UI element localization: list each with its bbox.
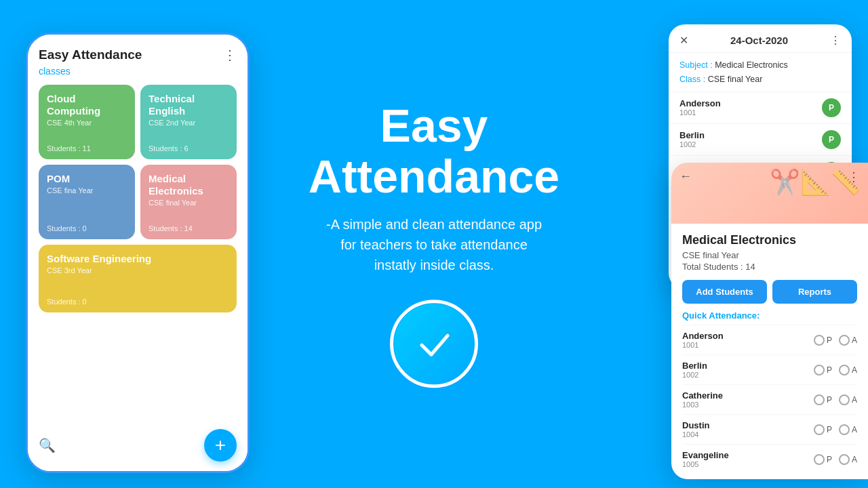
center-title: Easy Attendance <box>264 100 604 202</box>
present-option[interactable]: P <box>814 365 832 375</box>
class-card-english[interactable]: Technical English CSE 2nd Year Students … <box>140 85 237 159</box>
more-icon[interactable]: ⋮ <box>830 34 841 47</box>
student-name: Berlin <box>679 130 705 140</box>
phone3-class-detail-screen: ← ⋮ ✂️📐📏 Medical Electronics CSE final Y… <box>671 163 868 479</box>
quick-row-catherine: Catherine1003 P A <box>682 384 857 414</box>
class-year-cloud: CSE 4th Year <box>47 119 127 127</box>
attendance-options: P A <box>814 394 857 405</box>
class-card-medical[interactable]: Medical Electronics CSE final Year Stude… <box>140 165 237 239</box>
class-students-cloud: Students : 11 <box>47 144 127 152</box>
attendance-row-1: Anderson1001 P <box>669 92 852 123</box>
student-id: 1002 <box>682 371 707 379</box>
phone2-header: ✕ 24-Oct-2020 ⋮ <box>669 24 852 53</box>
class-label: Class : <box>679 75 705 84</box>
class-year-software: CSE 3rd Year <box>47 266 229 274</box>
subject-label: Subject : <box>679 60 713 70</box>
class-students-english: Students : 6 <box>149 144 229 152</box>
student-id: 1005 <box>682 460 729 468</box>
attendance-options: P A <box>814 365 857 375</box>
add-students-button[interactable]: Add Students <box>682 280 767 304</box>
phone1-menu-icon[interactable]: ⋮ <box>223 47 237 63</box>
class-header-image: ← ⋮ ✂️📐📏 <box>671 163 868 224</box>
phone1-bottom-bar: 🔍 + <box>28 422 248 471</box>
class-detail-name: Medical Electronics <box>682 233 857 247</box>
quick-row-evangeline: Evangeline1005 P A <box>682 444 857 474</box>
present-option[interactable]: P <box>814 454 832 465</box>
class-name-software: Software Engineering <box>47 253 229 265</box>
class-card-software[interactable]: Software Engineering CSE 3rd Year Studen… <box>39 245 237 312</box>
student-name: Dustin <box>682 420 709 430</box>
class-students-software: Students : 0 <box>47 298 229 306</box>
student-id: 1001 <box>682 341 724 349</box>
attendance-badge-p[interactable]: P <box>822 130 841 149</box>
class-students-medical: Students : 14 <box>149 224 229 232</box>
present-option[interactable]: P <box>814 335 832 346</box>
attendance-date: 24-Oct-2020 <box>730 35 788 46</box>
attendance-options: P A <box>814 454 857 465</box>
search-icon[interactable]: 🔍 <box>39 437 56 453</box>
class-students-pom: Students : 0 <box>47 224 127 232</box>
quick-row-dustin: Dustin1004 P A <box>682 414 857 444</box>
check-circle <box>390 300 478 388</box>
classes-grid: Cloud Computing CSE 4th Year Students : … <box>39 85 237 239</box>
attendance-options: P A <box>814 335 857 346</box>
class-year-medical: CSE final Year <box>149 199 229 207</box>
class-name-medical: Medical Electronics <box>149 173 229 197</box>
student-id: 1001 <box>679 108 721 117</box>
class-value: CSE final Year <box>708 75 763 84</box>
classes-label[interactable]: classes <box>39 66 237 77</box>
quick-row-berlin: Berlin1002 P A <box>682 354 857 384</box>
class-name-pom: POM <box>47 173 127 185</box>
student-name: Evangeline <box>682 450 729 460</box>
student-id: 1004 <box>682 430 709 439</box>
quick-row-anderson: Anderson1001 P A <box>682 325 857 354</box>
back-icon[interactable]: ← <box>679 169 692 184</box>
class-year-english: CSE 2nd Year <box>149 119 229 127</box>
phone2-info: Subject : Medical Electronics Class : CS… <box>669 53 852 92</box>
add-class-button[interactable]: + <box>204 429 237 462</box>
absent-option[interactable]: A <box>839 365 857 375</box>
class-name-english: Technical English <box>149 93 229 117</box>
absent-option[interactable]: A <box>839 394 857 405</box>
phone3-action-buttons: Add Students Reports <box>682 280 857 304</box>
class-name-cloud: Cloud Computing <box>47 93 127 117</box>
present-option[interactable]: P <box>814 424 832 435</box>
class-detail-year: CSE final Year <box>682 250 857 260</box>
close-icon[interactable]: ✕ <box>679 34 688 47</box>
attendance-badge-p[interactable]: P <box>822 98 841 117</box>
present-option[interactable]: P <box>814 394 832 405</box>
quick-attendance-label: Quick Attendance: <box>682 310 857 321</box>
center-subtitle: -A simple and clean attendance appfor te… <box>264 214 604 275</box>
center-section: Easy Attendance -A simple and clean atte… <box>264 100 604 388</box>
student-name: Catherine <box>682 390 723 401</box>
phone1-title: Easy Attendance <box>39 47 142 62</box>
class-detail-total: Total Students : 14 <box>682 262 857 272</box>
absent-option[interactable]: A <box>839 424 857 435</box>
class-card-cloud[interactable]: Cloud Computing CSE 4th Year Students : … <box>39 85 135 159</box>
class-year-pom: CSE fina Year <box>47 186 127 195</box>
phone3-body: Medical Electronics CSE final Year Total… <box>671 224 868 479</box>
phone1-screen: Easy Attendance ⋮ classes Cloud Computin… <box>26 33 250 473</box>
check-circle-inner <box>394 304 474 384</box>
checkmark-icon <box>414 323 454 364</box>
class-card-pom[interactable]: POM CSE fina Year Students : 0 <box>39 165 135 239</box>
absent-option[interactable]: A <box>839 454 857 465</box>
student-name: Anderson <box>682 331 724 341</box>
student-name: Anderson <box>679 98 721 108</box>
reports-button[interactable]: Reports <box>772 280 857 304</box>
student-id: 1003 <box>682 401 723 409</box>
attendance-row-2: Berlin1002 P <box>669 123 852 155</box>
class-decoration-icon: ✂️📐📏 <box>770 168 861 197</box>
student-name: Berlin <box>682 361 707 371</box>
attendance-options: P A <box>814 424 857 435</box>
absent-option[interactable]: A <box>839 335 857 346</box>
student-id: 1002 <box>679 140 705 148</box>
subject-value: Medical Electronics <box>715 60 788 70</box>
